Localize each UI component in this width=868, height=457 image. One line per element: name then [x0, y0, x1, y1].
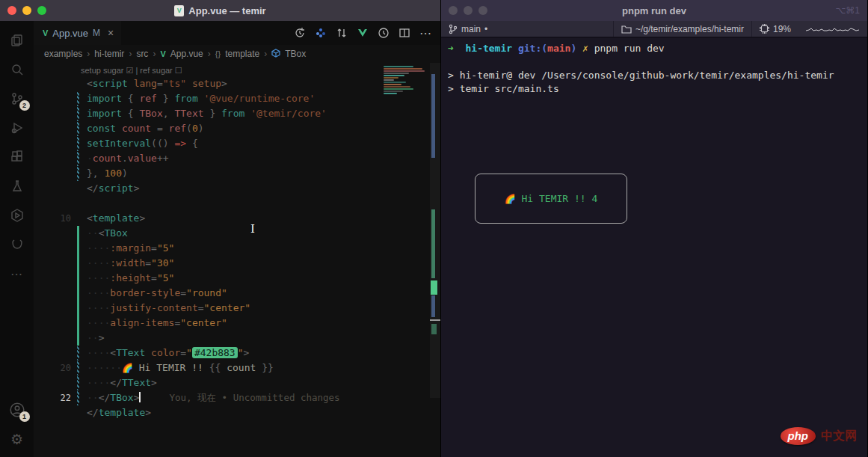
vitest-icon[interactable] — [357, 27, 369, 39]
modified-indicator: M — [93, 28, 100, 38]
account-icon[interactable]: 1 — [8, 401, 26, 419]
line-number — [34, 76, 71, 91]
test-flask-icon[interactable] — [8, 177, 26, 195]
code-line[interactable]: import { ref } from '@vue/runtime-core' — [34, 91, 440, 106]
cpu-sparkline — [798, 21, 867, 37]
braces-icon: {} — [215, 49, 221, 58]
code-line[interactable]: 22··</TBox>You, 现在 • Uncommitted changes — [34, 390, 440, 405]
line-number — [34, 316, 71, 331]
code-line[interactable]: }, 100) — [34, 166, 440, 181]
screen: V App.vue — temir 2 — [0, 0, 868, 457]
breadcrumb-item[interactable]: hi-temir — [94, 49, 124, 59]
code-line[interactable]: 20······🌈 Hi TEMIR !! {{ count }} — [34, 361, 440, 375]
code-line[interactable]: const count = ref(0) — [34, 121, 440, 136]
vue-file-icon: V — [174, 5, 184, 16]
line-number — [34, 196, 71, 211]
timeline-icon[interactable] — [378, 27, 390, 39]
breadcrumb-item[interactable]: src — [136, 49, 148, 59]
code-line[interactable]: ····</TText> — [34, 375, 440, 390]
compare-changes-icon[interactable] — [336, 27, 348, 39]
code-line[interactable]: ··<TBox — [34, 226, 440, 241]
cpu-status: 19% — [752, 21, 798, 37]
terminal-line: ➜ hi-temir git:(main) ✗ pnpm run dev — [448, 42, 867, 55]
extension-icon[interactable] — [315, 27, 327, 39]
cpu-icon — [760, 24, 769, 34]
terminal-body[interactable]: ➜ hi-temir git:(main) ✗ pnpm run dev> hi… — [441, 38, 867, 457]
php-logo: php — [781, 427, 816, 445]
settings-gear-icon[interactable]: ⚙ — [8, 430, 26, 448]
code-line[interactable]: setInterval(() => { — [34, 136, 440, 151]
gitlens-icon[interactable] — [8, 236, 26, 254]
vscode-titlebar[interactable]: V App.vue — temir — [0, 0, 440, 21]
terminal-statusbar: main • ~/g/temir/examples/hi-temir 19% — [441, 21, 867, 38]
line-number — [34, 121, 71, 136]
source-control-icon[interactable]: 2 — [8, 90, 26, 108]
watermark-text: 中文网 — [821, 429, 857, 443]
line-number: 22 — [34, 390, 71, 405]
code-line[interactable]: import { TBox, TText } from '@temir/core… — [34, 106, 440, 121]
code-line[interactable]: ··> — [34, 331, 440, 346]
folder-icon — [621, 25, 632, 34]
breadcrumb: examples› hi-temir› src› V App.vue› {} t… — [34, 45, 440, 63]
code-line[interactable]: ····:width="30" — [34, 256, 440, 271]
line-number — [34, 241, 71, 256]
account-badge: 1 — [19, 411, 30, 422]
code-lines: <script lang="ts" setup>import { ref } f… — [34, 76, 440, 420]
code-line[interactable] — [34, 196, 440, 211]
minimap[interactable] — [384, 66, 427, 94]
close-tab-icon[interactable]: × — [108, 27, 114, 39]
breadcrumb-item[interactable]: template — [225, 49, 259, 59]
code-line[interactable]: ····border-style="round" — [34, 286, 440, 301]
code-editor[interactable]: setup sugar ☑ | ref sugar ☐ <script lang… — [34, 63, 440, 457]
explorer-icon[interactable] — [8, 31, 26, 49]
split-editor-icon[interactable] — [398, 27, 410, 39]
hexagon-extension-icon[interactable] — [8, 206, 26, 224]
breadcrumb-item[interactable]: TBox — [285, 49, 306, 59]
box-symbol-icon — [271, 49, 280, 59]
code-line[interactable]: ····align-items="center" — [34, 316, 440, 331]
code-line[interactable]: </template> — [34, 405, 440, 420]
activity-bar: 2 ⋯ 1 — [0, 21, 34, 457]
vscode-window: V App.vue — temir 2 — [0, 0, 441, 457]
code-line[interactable]: ····:height="5" — [34, 271, 440, 286]
editor-actions: ⋯ — [294, 21, 440, 45]
search-icon[interactable] — [8, 61, 26, 79]
line-number — [34, 271, 71, 286]
open-changes-icon[interactable] — [294, 27, 306, 39]
tab-app-vue[interactable]: V App.vue M × — [34, 21, 121, 45]
terminal-line: > temir src/main.ts — [448, 82, 867, 96]
terminal-titlebar[interactable]: pnpm run dev ⌥⌘1 — [441, 0, 867, 21]
line-number — [34, 331, 71, 346]
tui-box: 🌈 Hi TEMIR !! 4 — [475, 174, 627, 224]
overview-ruler[interactable] — [430, 63, 440, 398]
more-actions-icon[interactable]: ⋯ — [419, 26, 431, 40]
code-line[interactable]: ····justify-content="center" — [34, 301, 440, 316]
line-number: 20 — [34, 361, 71, 375]
terminal-line: > hi-temir@ dev /Users/console/github-wo… — [448, 69, 867, 82]
branch-icon — [449, 24, 458, 34]
vue-icon: V — [160, 49, 165, 58]
code-line[interactable]: 10<template> — [34, 211, 440, 226]
breadcrumb-item[interactable]: App.vue — [170, 49, 203, 59]
terminal-title: pnpm run dev — [441, 5, 867, 16]
code-line[interactable]: ·count.value++ — [34, 151, 440, 166]
line-number — [34, 226, 71, 241]
extensions-icon[interactable] — [8, 148, 26, 166]
more-views-icon[interactable]: ⋯ — [8, 265, 26, 283]
tab-label: App.vue — [52, 28, 88, 39]
code-line[interactable]: ····<TText color="#42b883"> — [34, 346, 440, 361]
code-line[interactable]: ····:margin="5" — [34, 241, 440, 256]
text-caret — [139, 392, 141, 402]
window-title: V App.vue — temir — [0, 5, 440, 16]
code-line[interactable]: <script lang="ts" setup> — [34, 76, 440, 91]
run-debug-icon[interactable] — [8, 119, 26, 137]
breadcrumb-item[interactable]: examples — [44, 49, 82, 59]
tui-box-text: 🌈 Hi TEMIR !! 4 — [505, 192, 598, 206]
line-number — [34, 181, 71, 196]
line-number — [34, 91, 71, 106]
terminal-window: pnpm run dev ⌥⌘1 main • ~/g/temir/exampl… — [441, 0, 867, 457]
line-number — [34, 151, 71, 166]
code-line[interactable]: </script> — [34, 181, 440, 196]
line-number — [34, 166, 71, 181]
cwd-status: ~/g/temir/examples/hi-temir — [614, 21, 751, 37]
